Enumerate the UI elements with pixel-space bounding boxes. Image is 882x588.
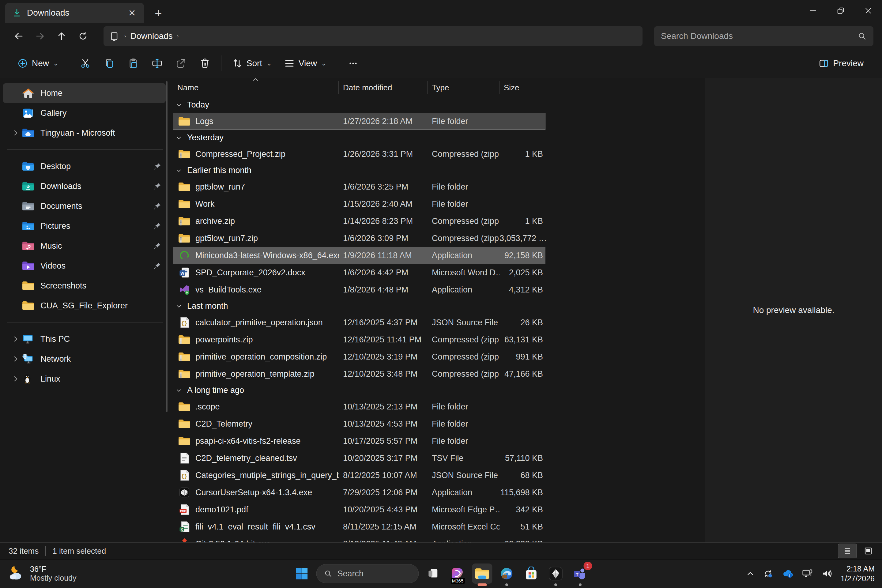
- explorer-tab[interactable]: Downloads ✕: [5, 3, 144, 23]
- file-row[interactable]: Logs1/27/2026 2:18 AMFile folder: [173, 113, 545, 130]
- details-view-button[interactable]: [838, 544, 857, 558]
- new-button[interactable]: New ⌄: [11, 53, 64, 74]
- file-row[interactable]: .scope10/13/2025 2:13 PMFile folder: [173, 398, 545, 415]
- sidebar-item-tingyuan-microsoft[interactable]: Tingyuan - Microsoft: [3, 123, 166, 143]
- onedrive-icon[interactable]: [781, 568, 794, 579]
- search-icon[interactable]: [858, 32, 867, 41]
- expand-chevron-icon[interactable]: [12, 355, 22, 363]
- weather-widget[interactable]: 36°F Mostly cloudy: [0, 565, 76, 582]
- tray-chevron-up-icon[interactable]: [746, 569, 755, 578]
- tab-close-icon[interactable]: ✕: [125, 6, 139, 20]
- group-header[interactable]: Today: [173, 97, 705, 113]
- taskbar-search[interactable]: Search: [316, 564, 419, 583]
- breadcrumb-downloads[interactable]: Downloads: [130, 31, 173, 41]
- breadcrumb[interactable]: › Downloads ›: [104, 26, 642, 46]
- close-button[interactable]: [854, 0, 882, 21]
- breadcrumb-chevron-icon[interactable]: ›: [177, 33, 178, 39]
- sidebar-item-linux[interactable]: Linux: [3, 369, 166, 388]
- column-header-date-modified[interactable]: Date modified: [338, 81, 427, 94]
- file-row[interactable]: Compressed_Project.zip1/26/2026 3:31 PMC…: [173, 146, 545, 163]
- microsoft-store-taskbar-icon[interactable]: [521, 564, 542, 584]
- file-row[interactable]: gpt5low_run7.zip1/6/2026 3:09 PMCompress…: [173, 230, 545, 247]
- more-options-button[interactable]: [342, 53, 365, 74]
- new-tab-button[interactable]: +: [150, 4, 167, 22]
- volume-icon[interactable]: [821, 568, 833, 579]
- expand-chevron-icon[interactable]: [12, 129, 22, 137]
- sidebar-item-desktop[interactable]: Desktop: [3, 156, 166, 176]
- back-button[interactable]: [9, 27, 28, 46]
- sidebar-item-home[interactable]: Home: [3, 83, 166, 103]
- sidebar-scrollbar[interactable]: [166, 81, 168, 412]
- search-input[interactable]: [661, 31, 858, 41]
- file-explorer-taskbar-icon[interactable]: [472, 564, 492, 584]
- delete-button[interactable]: [193, 53, 217, 74]
- group-header[interactable]: A long time ago: [173, 382, 705, 398]
- file-row[interactable]: psapi-ci-x64-vitis-fs2-release10/17/2025…: [173, 432, 545, 450]
- file-row[interactable]: archive.zip1/14/2026 8:23 PMCompressed (…: [173, 213, 545, 230]
- file-row[interactable]: primitive_operation_composition.zip12/10…: [173, 348, 545, 365]
- up-button[interactable]: [52, 27, 71, 46]
- refresh-button[interactable]: [74, 27, 93, 46]
- view-button[interactable]: View ⌄: [278, 53, 333, 74]
- share-button[interactable]: [169, 53, 193, 74]
- group-header[interactable]: Yesterday: [173, 130, 705, 146]
- sidebar-item-this-pc[interactable]: This PC: [3, 329, 166, 349]
- collapse-chevron-icon[interactable]: [176, 167, 182, 174]
- sidebar-item-documents[interactable]: Documents: [3, 196, 166, 216]
- file-row[interactable]: {}Categories_mutiple_strings_in_query_bu…: [173, 467, 545, 484]
- sidebar-item-cua-sg-file-explorer[interactable]: CUA_SG_File_Explorer: [3, 296, 166, 315]
- column-header-type[interactable]: Type: [427, 81, 499, 94]
- expand-chevron-icon[interactable]: [12, 375, 22, 383]
- file-row[interactable]: Xfili_v4.1_eval_result_fili_v4.1.csv8/11…: [173, 518, 545, 536]
- collapse-chevron-icon[interactable]: [176, 303, 182, 310]
- sidebar-item-network[interactable]: Network: [3, 349, 166, 369]
- sidebar-item-music[interactable]: Music: [3, 236, 166, 256]
- file-row[interactable]: C2D_telemetry_cleaned.tsv10/20/2025 3:17…: [173, 450, 545, 467]
- sidebar-item-videos[interactable]: Videos: [3, 256, 166, 276]
- expand-chevron-icon[interactable]: [12, 335, 22, 343]
- m365-copilot-taskbar-icon[interactable]: M365: [448, 564, 468, 584]
- column-header-name[interactable]: Name: [173, 81, 338, 94]
- column-header-size[interactable]: Size: [499, 81, 545, 94]
- clock[interactable]: 2:18 AM 1/27/2026: [841, 564, 874, 584]
- cut-button[interactable]: [74, 53, 98, 74]
- file-row[interactable]: CursorUserSetup-x64-1.3.4.exe7/29/2025 1…: [173, 484, 545, 501]
- task-view-taskbar-icon[interactable]: [423, 564, 444, 584]
- file-row[interactable]: vs_BuildTools.exe1/8/2026 4:48 PMApplica…: [173, 281, 545, 298]
- gem-app-taskbar-icon[interactable]: [546, 564, 566, 584]
- sidebar-item-downloads[interactable]: Downloads: [3, 176, 166, 196]
- minimize-button[interactable]: [800, 0, 827, 21]
- edge-taskbar-icon[interactable]: [497, 564, 517, 584]
- file-row[interactable]: Miniconda3-latest-Windows-x86_64.exe1/9/…: [173, 247, 545, 264]
- start-button[interactable]: [292, 564, 312, 584]
- file-row[interactable]: gpt5low_run71/6/2026 3:25 PMFile folder: [173, 178, 545, 195]
- group-header[interactable]: Earlier this month: [173, 163, 705, 178]
- sidebar-item-gallery[interactable]: Gallery: [3, 103, 166, 123]
- sidebar-item-screenshots[interactable]: Screenshots: [3, 276, 166, 296]
- forward-button[interactable]: [31, 27, 50, 46]
- collapse-chevron-icon[interactable]: [176, 135, 182, 141]
- file-row[interactable]: C2D_Telemetry10/13/2025 4:53 PMFile fold…: [173, 415, 545, 432]
- teams-taskbar-icon[interactable]: T1: [570, 564, 591, 584]
- large-icons-view-button[interactable]: [859, 544, 878, 558]
- file-row[interactable]: Git-2.50.1-64-bit.exe8/12/2025 11:48 AMA…: [173, 536, 545, 542]
- collapse-chevron-icon[interactable]: [176, 387, 182, 394]
- network-tray-icon[interactable]: [801, 568, 813, 579]
- file-row[interactable]: powerpoints.zip12/16/2025 11:41 PMCompre…: [173, 331, 545, 348]
- file-row[interactable]: WSPD_Corporate_2026v2.docx1/6/2026 4:42 …: [173, 264, 545, 281]
- file-row[interactable]: primitive_operation_template.zip12/10/20…: [173, 365, 545, 382]
- sidebar-item-pictures[interactable]: Pictures: [3, 216, 166, 236]
- sort-button[interactable]: Sort ⌄: [226, 53, 278, 74]
- copy-button[interactable]: [98, 53, 121, 74]
- file-row[interactable]: {}calculator_primitive_operation.json12/…: [173, 314, 545, 331]
- file-row[interactable]: PDFdemo1021.pdf10/20/2025 4:43 PMMicroso…: [173, 501, 545, 518]
- group-header[interactable]: Last month: [173, 298, 705, 314]
- preview-toggle-button[interactable]: Preview: [812, 53, 870, 74]
- rename-button[interactable]: [145, 53, 169, 74]
- restore-button[interactable]: [827, 0, 854, 21]
- this-pc-icon[interactable]: [110, 31, 120, 41]
- paste-button[interactable]: [121, 53, 145, 74]
- search-box[interactable]: [654, 26, 873, 46]
- windows-update-icon[interactable]: [763, 568, 773, 579]
- collapse-chevron-icon[interactable]: [176, 102, 182, 108]
